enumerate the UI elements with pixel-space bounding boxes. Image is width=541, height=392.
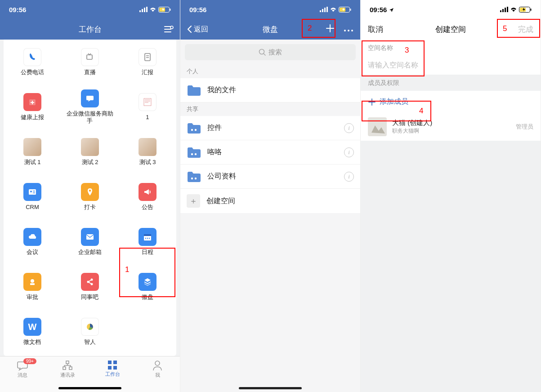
app-icon	[81, 138, 99, 156]
search-input[interactable]: 搜索	[185, 44, 356, 60]
more-button[interactable]	[343, 25, 354, 34]
app-企业微信服务商助手[interactable]: 企业微信服务商助手	[61, 85, 119, 129]
svg-rect-2	[144, 8, 145, 12]
battery-icon	[519, 7, 532, 13]
row-shared-folder[interactable]: 咯咯 i	[180, 140, 360, 165]
app-公告[interactable]: 公告	[119, 174, 176, 219]
svg-rect-8	[87, 55, 92, 59]
home-indicator[interactable]	[239, 387, 302, 389]
search-placeholder: 搜索	[268, 48, 282, 57]
report-icon	[139, 48, 156, 66]
app-label: 会议	[27, 249, 38, 256]
app-同事吧[interactable]: 同事吧	[61, 264, 119, 309]
status-right	[139, 7, 171, 13]
plus-icon	[368, 98, 376, 106]
member-sub: 职务大猫啊	[392, 127, 432, 135]
nav-bar: 返回 微盘	[180, 19, 360, 40]
tab-me[interactable]: 我	[135, 360, 180, 379]
info-icon[interactable]: i	[344, 123, 354, 133]
app-汇报[interactable]: 汇报	[119, 40, 176, 85]
W-icon: W	[23, 318, 41, 336]
row-create-space[interactable]: ＋ 创建空间	[180, 189, 360, 213]
add-button[interactable]	[325, 23, 335, 36]
svg-rect-29	[69, 367, 72, 370]
app-label: 直播	[84, 69, 96, 76]
app-健康上报[interactable]: 健康上报	[4, 85, 61, 129]
app-CRM[interactable]: CRM	[4, 174, 61, 219]
add-member-button[interactable]: 添加成员	[361, 91, 541, 113]
cloud-icon	[23, 228, 41, 246]
svg-rect-9	[145, 53, 150, 61]
tab-label: 工作台	[105, 371, 120, 378]
app-label: 智人	[84, 339, 96, 346]
tab-label: 我	[155, 372, 160, 379]
svg-rect-28	[63, 367, 66, 370]
app-企业邮箱[interactable]: 企业邮箱	[61, 219, 119, 264]
section-personal: 个人	[180, 65, 360, 78]
done-button[interactable]: 完成	[518, 24, 533, 35]
svg-rect-31	[113, 361, 117, 364]
app-icon	[23, 138, 41, 156]
app-label: 日程	[142, 249, 153, 256]
app-测试 1[interactable]: 测试 1	[4, 129, 61, 174]
app-1[interactable]: 1	[119, 85, 176, 129]
svg-point-34	[155, 361, 160, 365]
app-label: 测试 2	[82, 159, 98, 166]
app-label: 同事吧	[81, 294, 98, 301]
app-label: 企业微信服务商助手	[65, 110, 115, 124]
signal-icon	[320, 7, 328, 12]
status-right	[500, 7, 532, 13]
nav-title: 创建空间	[435, 24, 466, 35]
app-打卡[interactable]: 打卡	[61, 174, 119, 219]
svg-rect-17	[144, 234, 151, 236]
app-日程[interactable]: 日程	[119, 219, 176, 264]
space-name-row	[361, 56, 541, 75]
app-智人[interactable]: 智人	[61, 309, 119, 354]
app-label: 健康上报	[21, 114, 44, 121]
disk-icon	[139, 273, 156, 291]
tab-contacts[interactable]: 通讯录	[45, 360, 90, 379]
tab-workbench[interactable]: 工作台	[90, 360, 135, 378]
svg-rect-30	[108, 361, 112, 364]
row-shared-folder[interactable]: 控件 i	[180, 116, 360, 140]
app-直播[interactable]: 直播	[61, 40, 119, 85]
app-公费电话[interactable]: 公费电话	[4, 40, 61, 85]
app-审批[interactable]: 审批	[4, 264, 61, 309]
tab-bar: 99+ 消息 通讯录 工作台 我	[0, 356, 180, 392]
app-grid: 公费电话直播汇报健康上报企业微信服务商助手1测试 1测试 2测试 3CRM打卡公…	[4, 40, 176, 356]
app-微盘[interactable]: 微盘	[119, 264, 176, 309]
tab-messages[interactable]: 99+ 消息	[0, 360, 45, 379]
info-icon[interactable]: i	[344, 172, 354, 182]
app-微文档[interactable]: W微文档	[4, 309, 61, 354]
shared-folder-icon	[187, 147, 201, 158]
app-会议[interactable]: 会议	[4, 219, 61, 264]
home-indicator[interactable]	[58, 387, 121, 389]
back-button[interactable]: 返回	[187, 25, 208, 34]
svg-rect-12	[29, 189, 36, 195]
nav-settings-icon[interactable]	[164, 25, 174, 33]
cancel-button[interactable]: 取消	[368, 24, 383, 35]
stamp-icon	[23, 273, 41, 291]
svg-point-18	[145, 238, 146, 239]
tab-badge: 99+	[23, 358, 36, 364]
svg-rect-3	[146, 7, 148, 12]
app-测试 2[interactable]: 测试 2	[61, 129, 119, 174]
row-my-files[interactable]: 我的文件	[180, 78, 360, 102]
svg-rect-27	[66, 361, 69, 364]
nav-bar: 取消 创建空间 完成	[361, 19, 541, 40]
svg-rect-51	[505, 8, 506, 12]
tab-label: 消息	[18, 372, 27, 379]
svg-point-21	[31, 279, 34, 283]
info-icon[interactable]: i	[344, 147, 354, 157]
svg-rect-41	[350, 9, 351, 11]
live-icon	[81, 48, 99, 66]
workbench-body: 公费电话直播汇报健康上报企业微信服务商助手1测试 1测试 2测试 3CRM打卡公…	[0, 40, 180, 392]
phone-workbench: 09:56 工作台 公费电话直播汇报健康上报企业微信服务商助手1测试 1测试 2…	[0, 0, 180, 392]
svg-rect-33	[113, 366, 117, 370]
space-name-input[interactable]	[368, 61, 533, 69]
app-测试 3[interactable]: 测试 3	[119, 129, 176, 174]
row-shared-folder[interactable]: 公司资料 i	[180, 165, 360, 189]
chat-icon	[81, 89, 99, 107]
status-bar: 09:56	[0, 0, 180, 19]
wifi-icon	[510, 7, 517, 12]
